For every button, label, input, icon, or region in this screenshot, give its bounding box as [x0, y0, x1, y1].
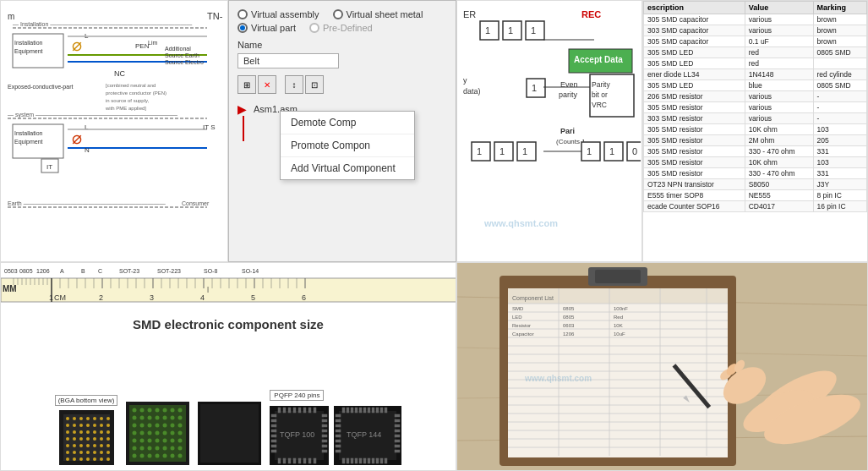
- svg-point-164: [93, 437, 96, 441]
- svg-text:Source Electro: Source Electro: [165, 59, 204, 65]
- svg-rect-297: [376, 458, 379, 463]
- svg-rect-270: [322, 430, 327, 432]
- svg-text:Installation: Installation: [14, 130, 43, 136]
- svg-point-181: [66, 457, 69, 461]
- svg-rect-267: [322, 414, 327, 417]
- svg-point-155: [79, 430, 83, 434]
- svg-rect-263: [271, 435, 276, 437]
- svg-text:6: 6: [302, 293, 306, 302]
- component-table: escription Value Marking 305 SMD capacit…: [643, 1, 867, 212]
- cell-description: OT23 NPN transistor: [644, 179, 745, 190]
- cell-marking: red cylinde: [813, 69, 866, 80]
- cell-marking: 0805 SMD: [813, 80, 866, 91]
- chip-bga-green: [126, 402, 189, 465]
- svg-text:4: 4: [200, 293, 205, 302]
- svg-text:1: 1: [609, 146, 614, 156]
- svg-text:NC: NC: [114, 69, 125, 78]
- svg-rect-298: [380, 458, 383, 463]
- table-row: 305 SMD resistor330 - 470 ohm331: [644, 146, 867, 157]
- svg-point-153: [66, 430, 69, 434]
- svg-text:Exposed-conductive-part: Exposed-conductive-part: [8, 84, 73, 90]
- name-label: Name: [237, 40, 447, 50]
- radio-virtual-part[interactable]: Virtual part: [237, 23, 296, 33]
- svg-point-151: [100, 424, 103, 427]
- toolbar-icon-delete[interactable]: ✕: [258, 75, 276, 94]
- toolbar-icon-2[interactable]: ↕: [285, 75, 303, 94]
- svg-point-192: [148, 408, 152, 413]
- svg-text:www.qhsmt.com: www.qhsmt.com: [483, 218, 558, 228]
- ruler-panel: 0503 0805 1206 A B C SOT-23 SOT-223 SO-8…: [0, 262, 456, 471]
- cell-marking: [813, 58, 866, 69]
- cell-description: 305 SMD resistor: [644, 102, 745, 113]
- svg-text:10uF: 10uF: [614, 331, 625, 337]
- svg-point-146: [66, 424, 69, 427]
- svg-point-145: [106, 417, 110, 420]
- svg-text:1: 1: [508, 25, 513, 36]
- svg-text:m: m: [8, 12, 14, 21]
- svg-rect-311: [395, 430, 400, 432]
- cell-marking: 331: [813, 146, 866, 157]
- svg-point-149: [86, 424, 90, 427]
- svg-text:⌀: ⌀: [72, 129, 82, 147]
- svg-point-222: [163, 439, 167, 443]
- svg-point-159: [106, 430, 110, 434]
- svg-rect-292: [355, 458, 358, 463]
- svg-point-147: [73, 424, 76, 427]
- ruler-container: 0503 0805 1206 A B C SOT-23 SOT-223 SO-8…: [1, 263, 456, 314]
- table-row: 305 SMD resistor2M ohm205: [644, 135, 867, 146]
- svg-rect-295: [368, 458, 370, 463]
- svg-rect-290: [347, 458, 349, 463]
- svg-point-205: [140, 424, 145, 428]
- radio-label-predefined: Pre-Defined: [323, 23, 373, 33]
- menu-item-demote[interactable]: Demote Comp: [281, 112, 414, 134]
- menu-item-promote[interactable]: Promote Compon: [281, 134, 414, 157]
- svg-text:2: 2: [99, 293, 103, 302]
- svg-point-223: [171, 439, 175, 443]
- svg-text:1: 1: [531, 25, 536, 36]
- cell-value: 0.1 uF: [745, 36, 813, 47]
- cell-value: NE555: [745, 190, 813, 201]
- svg-rect-254: [293, 458, 296, 463]
- menu-item-add-virtual[interactable]: Add Virtual Component: [281, 157, 414, 179]
- svg-point-171: [93, 444, 96, 447]
- chips-row: (BGA bottom view): [46, 335, 411, 470]
- table-row: 305 SMD LEDblue0805 SMD: [644, 80, 867, 91]
- toolbar-icon-1[interactable]: ⊞: [237, 75, 256, 94]
- cell-marking: -: [813, 102, 866, 113]
- svg-point-179: [100, 451, 103, 454]
- svg-text:REC: REC: [581, 9, 601, 19]
- svg-point-143: [93, 417, 96, 420]
- svg-point-172: [100, 444, 103, 447]
- svg-text:0805: 0805: [563, 315, 575, 320]
- svg-rect-280: [351, 408, 353, 413]
- cell-description: 305 SMD resistor: [644, 146, 745, 157]
- svg-point-196: [178, 408, 183, 413]
- svg-text:www.qhsmt.com: www.qhsmt.com: [524, 374, 592, 383]
- svg-point-176: [79, 451, 83, 454]
- svg-text:Pari: Pari: [560, 127, 575, 135]
- svg-point-200: [156, 416, 160, 420]
- radio-virtual-assembly[interactable]: Virtual assembly: [237, 9, 319, 19]
- svg-text:Additional: Additional: [165, 46, 191, 52]
- svg-text:y: y: [463, 76, 467, 85]
- svg-text:0805: 0805: [19, 268, 33, 274]
- toolbar-icon-3[interactable]: ⊡: [305, 75, 324, 94]
- cell-marking: 0805 SMD: [813, 47, 866, 58]
- svg-text:SO-8: SO-8: [204, 268, 217, 274]
- svg-point-148: [79, 424, 83, 427]
- svg-point-209: [171, 424, 175, 428]
- radio-virtual-sheet[interactable]: Virtual sheet metal: [333, 9, 423, 19]
- name-input[interactable]: Belt: [237, 53, 339, 68]
- svg-text:1: 1: [477, 146, 482, 156]
- svg-text:1: 1: [485, 25, 490, 36]
- cell-value: various: [745, 113, 813, 124]
- svg-text:[combined neutral and: [combined neutral and: [106, 83, 156, 88]
- svg-point-220: [148, 439, 152, 443]
- cell-value: various: [745, 14, 813, 25]
- svg-rect-261: [271, 424, 276, 427]
- svg-point-202: [171, 416, 175, 420]
- svg-text:1: 1: [532, 83, 537, 93]
- svg-rect-291: [351, 458, 353, 463]
- svg-point-212: [140, 431, 145, 435]
- radio-predefined[interactable]: Pre-Defined: [309, 23, 373, 33]
